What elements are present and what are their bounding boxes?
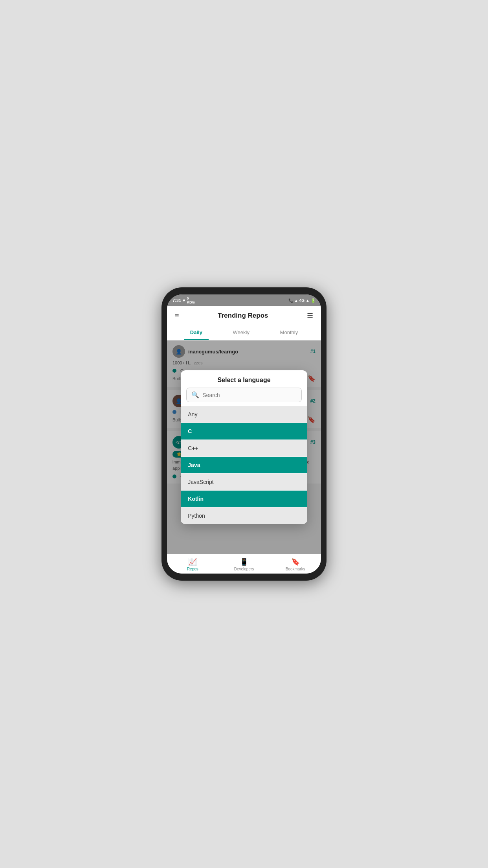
language-list: AnyCC++JavaJavaScriptKotlinPython <box>181 406 307 524</box>
list-item[interactable]: C <box>181 423 307 440</box>
list-item[interactable]: Python <box>181 508 307 524</box>
search-container: 🔍 <box>186 388 301 402</box>
search-input[interactable] <box>202 392 296 398</box>
status-bar: 7:31 ♥ 0KB/s 📞 ▲ 4G ▲ 🔋 <box>167 294 321 306</box>
list-item[interactable]: Kotlin <box>181 491 307 508</box>
nav-bookmarks-label: Bookmarks <box>286 567 305 571</box>
bookmarks-icon: 🔖 <box>291 557 300 566</box>
tab-weekly[interactable]: Weekly <box>227 326 256 340</box>
phone-icon: 📞 <box>288 298 293 303</box>
tab-monthly[interactable]: Monthly <box>274 326 305 340</box>
main-content: 👤 inancgumus/learngo #1 1000+ H... zzes … <box>167 340 321 554</box>
nav-developers[interactable]: 📱 Developers <box>218 554 270 574</box>
app-title: Trending Repos <box>218 312 268 320</box>
list-item[interactable]: JavaScript <box>181 474 307 491</box>
developers-icon: 📱 <box>240 557 248 566</box>
kb-counter: 0KB/s <box>187 296 195 304</box>
nav-repos[interactable]: 📈 Repos <box>167 554 218 574</box>
time: 7:31 <box>172 298 181 303</box>
phone-shell: 7:31 ♥ 0KB/s 📞 ▲ 4G ▲ 🔋 ≡ Trending Repos… <box>161 287 327 581</box>
repos-icon: 📈 <box>188 557 197 566</box>
nav-developers-label: Developers <box>234 567 254 571</box>
signal-icon: ▲ <box>306 298 310 303</box>
app-bar: ≡ Trending Repos ☰ <box>167 306 321 326</box>
filter-icon: ☰ <box>307 312 313 320</box>
tabs-bar: Daily Weekly Monthly <box>167 326 321 340</box>
phone-screen: 7:31 ♥ 0KB/s 📞 ▲ 4G ▲ 🔋 ≡ Trending Repos… <box>167 294 321 574</box>
battery-icon: 🔋 <box>311 298 316 303</box>
language-modal: Select a language 🔍 AnyCC++JavaJavaScrip… <box>181 370 307 524</box>
list-item[interactable]: Any <box>181 406 307 423</box>
status-left: 7:31 ♥ 0KB/s <box>172 296 195 304</box>
search-icon: 🔍 <box>191 391 199 399</box>
tab-daily[interactable]: Daily <box>184 326 209 340</box>
network-label: 4G <box>299 298 305 303</box>
modal-overlay[interactable]: Select a language 🔍 AnyCC++JavaJavaScrip… <box>167 340 321 554</box>
status-right: 📞 ▲ 4G ▲ 🔋 <box>288 298 316 303</box>
menu-icon: ≡ <box>175 312 179 320</box>
menu-button[interactable]: ≡ <box>173 310 181 322</box>
bottom-nav: 📈 Repos 📱 Developers 🔖 Bookmarks <box>167 554 321 574</box>
filter-button[interactable]: ☰ <box>305 310 315 322</box>
list-item[interactable]: C++ <box>181 440 307 457</box>
modal-title: Select a language <box>181 370 307 388</box>
heart-icon: ♥ <box>183 298 185 303</box>
nav-repos-label: Repos <box>187 567 198 571</box>
list-item[interactable]: Java <box>181 457 307 474</box>
nav-bookmarks[interactable]: 🔖 Bookmarks <box>270 554 321 574</box>
wifi-icon: ▲ <box>294 298 298 303</box>
